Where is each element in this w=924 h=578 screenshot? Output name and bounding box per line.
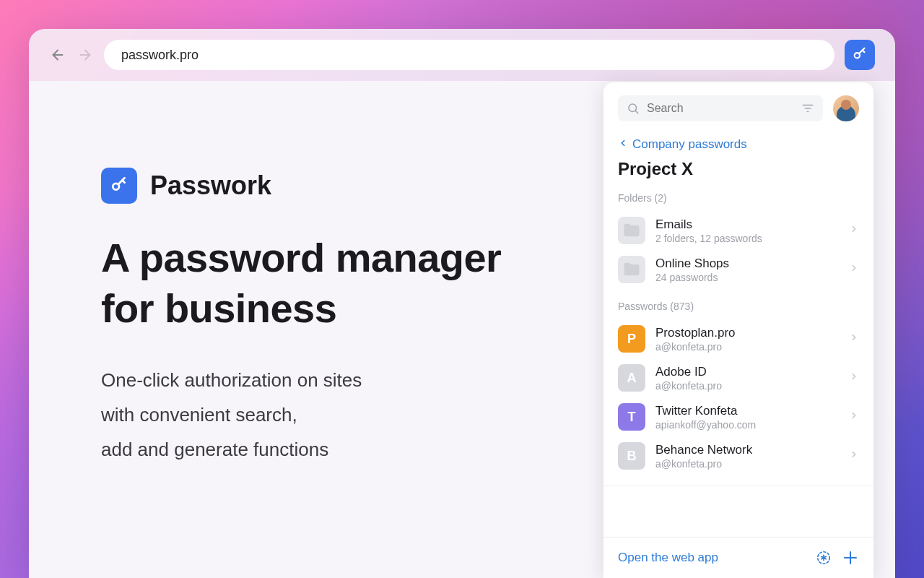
site-icon: A [618, 364, 645, 392]
password-row[interactable]: T Twitter Konfeta apiankoff@yahoo.com [618, 397, 859, 436]
chevron-right-icon [849, 410, 859, 423]
brand: Passwork [101, 168, 592, 204]
folder-name: Online Shops [655, 256, 839, 271]
subheadline: One-click authorization on sites with co… [101, 363, 592, 467]
hero: Passwork A password manager for business… [101, 168, 592, 467]
filter-icon[interactable] [801, 102, 814, 115]
breadcrumb-label: Company passwords [632, 137, 747, 152]
chevron-right-icon [849, 371, 859, 384]
chevron-right-icon [849, 224, 859, 237]
passwords-label: Passwords (873) [618, 289, 859, 319]
back-button[interactable] [49, 46, 66, 64]
folder-icon [618, 217, 645, 244]
avatar[interactable] [833, 95, 859, 121]
password-sub: a@konfeta.pro [655, 341, 839, 353]
password-sub: a@konfeta.pro [655, 458, 839, 470]
extension-button[interactable] [845, 40, 875, 70]
password-sub: a@konfeta.pro [655, 380, 839, 392]
site-icon: T [618, 403, 645, 431]
url-input[interactable] [104, 40, 834, 70]
page-content: Passwork A password manager for business… [29, 81, 895, 578]
folder-sub: 2 folders, 12 passwords [655, 233, 839, 244]
breadcrumb[interactable]: Company passwords [603, 131, 873, 156]
search-box[interactable] [618, 95, 823, 121]
password-row[interactable]: A Adobe ID a@konfeta.pro [618, 358, 859, 397]
extension-panel: Company passwords Project X Folders (2) … [603, 82, 873, 578]
brand-logo [101, 168, 137, 204]
site-icon: B [618, 442, 645, 470]
forward-button[interactable] [77, 46, 94, 64]
password-sub: apiankoff@yahoo.com [655, 419, 839, 431]
headline: A password manager for business [101, 233, 592, 334]
folder-sub: 24 passwords [655, 272, 839, 283]
chevron-right-icon [849, 332, 859, 345]
key-icon [110, 175, 128, 197]
brand-name: Passwork [150, 171, 271, 201]
divider [603, 486, 873, 486]
chevron-right-icon [849, 449, 859, 462]
password-row[interactable]: B Behance Network a@konfeta.pro [618, 436, 859, 475]
search-input[interactable] [647, 102, 794, 115]
panel-footer: Open the web app [603, 537, 873, 578]
page-title: Project X [603, 156, 873, 189]
password-name: Twitter Konfeta [655, 404, 839, 418]
folder-row[interactable]: Emails 2 folders, 12 passwords [618, 211, 859, 250]
browser-window: Passwork A password manager for business… [29, 29, 895, 578]
folder-row[interactable]: Online Shops 24 passwords [618, 250, 859, 289]
folder-icon [618, 256, 645, 283]
add-icon[interactable] [842, 549, 859, 566]
panel-header [603, 82, 873, 131]
panel-scroll[interactable]: Folders (2) Emails 2 folders, 12 passwor… [603, 189, 873, 537]
search-icon [627, 102, 640, 115]
browser-toolbar [29, 29, 895, 81]
folder-name: Emails [655, 217, 839, 232]
site-icon: P [618, 325, 645, 353]
generate-icon[interactable] [816, 550, 832, 566]
folders-label: Folders (2) [618, 189, 859, 211]
password-name: Prostoplan.pro [655, 326, 839, 340]
chevron-right-icon [849, 263, 859, 276]
password-row[interactable]: P Prostoplan.pro a@konfeta.pro [618, 319, 859, 358]
key-icon [852, 46, 868, 64]
chevron-left-icon [618, 137, 628, 152]
open-webapp-link[interactable]: Open the web app [618, 551, 806, 565]
password-name: Behance Network [655, 443, 839, 457]
password-name: Adobe ID [655, 365, 839, 379]
